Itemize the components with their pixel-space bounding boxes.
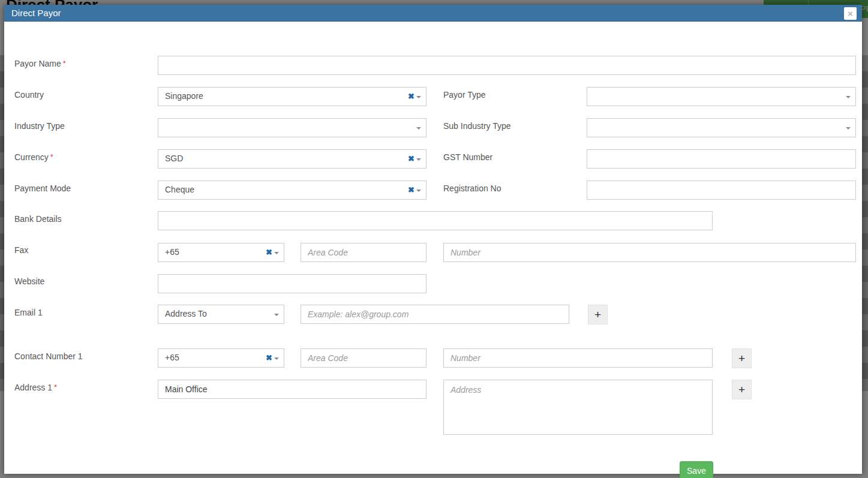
email-1-label: Email 1: [14, 308, 43, 317]
contact-country-code-select[interactable]: +65 ✖: [158, 348, 284, 368]
bank-details-input[interactable]: [158, 211, 713, 230]
required-asterisk: *: [50, 152, 53, 161]
fax-label: Fax: [14, 245, 28, 255]
fax-area-code-input[interactable]: [301, 243, 427, 262]
clear-icon[interactable]: ✖: [266, 353, 272, 363]
email-recipient-type-select[interactable]: Address To: [158, 305, 284, 324]
payment-mode-select[interactable]: Cheque ✖: [158, 181, 427, 200]
plus-icon: +: [594, 308, 601, 321]
save-button[interactable]: Save: [680, 461, 713, 478]
chevron-down-icon[interactable]: [416, 127, 421, 130]
clear-icon[interactable]: ✖: [408, 185, 415, 196]
clear-icon[interactable]: ✖: [408, 91, 415, 102]
contact-country-code-value: +65: [165, 353, 179, 362]
address-1-label: Address 1*: [14, 383, 57, 392]
industry-type-label: Industry Type: [14, 121, 65, 131]
direct-payor-modal: Direct Payor × Payor Name* Country Singa…: [4, 5, 862, 474]
email-1-input[interactable]: [301, 305, 569, 324]
required-asterisk: *: [63, 59, 66, 68]
chevron-down-icon[interactable]: [416, 158, 421, 161]
chevron-down-icon[interactable]: [846, 127, 851, 130]
fax-country-code-select[interactable]: +65 ✖: [158, 243, 284, 262]
registration-no-input[interactable]: [587, 181, 856, 200]
plus-icon: +: [738, 383, 745, 396]
close-button[interactable]: ×: [844, 7, 857, 20]
payor-name-input[interactable]: [158, 56, 856, 75]
currency-select[interactable]: SGD ✖: [158, 149, 427, 169]
modal-title: Direct Payor: [4, 5, 862, 21]
required-asterisk: *: [54, 383, 57, 392]
address-textarea[interactable]: [443, 380, 713, 435]
bank-details-label: Bank Details: [14, 214, 62, 224]
chevron-down-icon[interactable]: [274, 252, 279, 254]
payor-type-label: Payor Type: [443, 90, 486, 100]
chevron-down-icon[interactable]: [846, 96, 851, 98]
sub-industry-type-select[interactable]: [587, 118, 856, 137]
industry-type-select[interactable]: [158, 118, 427, 137]
payor-name-label: Payor Name*: [14, 59, 66, 68]
country-label: Country: [14, 90, 44, 100]
fax-country-code-value: +65: [165, 247, 179, 257]
contact-number-input[interactable]: [443, 348, 713, 368]
chevron-down-icon[interactable]: [274, 314, 279, 316]
registration-no-label: Registration No: [443, 184, 501, 193]
contact-number-1-label: Contact Number 1: [14, 351, 83, 361]
chevron-down-icon[interactable]: [274, 357, 279, 360]
payment-mode-label: Payment Mode: [14, 184, 71, 193]
contact-area-code-input[interactable]: [301, 348, 427, 368]
website-label: Website: [14, 276, 44, 286]
add-contact-button[interactable]: +: [732, 348, 752, 368]
payor-type-select[interactable]: [587, 87, 856, 106]
fax-number-input[interactable]: [443, 243, 856, 262]
website-input[interactable]: [158, 274, 427, 293]
modal-body: Payor Name* Country Singapore ✖ Payor Ty…: [4, 22, 862, 474]
modal-header: Direct Payor ×: [4, 5, 862, 22]
email-recipient-type-value: Address To: [165, 309, 207, 318]
add-email-button[interactable]: +: [588, 305, 608, 324]
country-select[interactable]: Singapore ✖: [158, 87, 427, 106]
payment-mode-select-value: Cheque: [165, 185, 194, 194]
currency-label: Currency*: [14, 152, 53, 162]
currency-select-value: SGD: [165, 154, 183, 163]
gst-number-input[interactable]: [587, 149, 856, 169]
clear-icon[interactable]: ✖: [266, 247, 272, 258]
country-select-value: Singapore: [165, 91, 203, 101]
address-name-input[interactable]: [158, 380, 427, 399]
plus-icon: +: [738, 352, 745, 365]
add-address-button[interactable]: +: [732, 380, 752, 399]
chevron-down-icon[interactable]: [416, 96, 421, 98]
sub-industry-type-label: Sub Industry Type: [443, 121, 511, 131]
close-icon: ×: [848, 8, 853, 19]
chevron-down-icon[interactable]: [416, 190, 421, 192]
clear-icon[interactable]: ✖: [408, 154, 415, 164]
gst-number-label: GST Number: [443, 152, 492, 162]
